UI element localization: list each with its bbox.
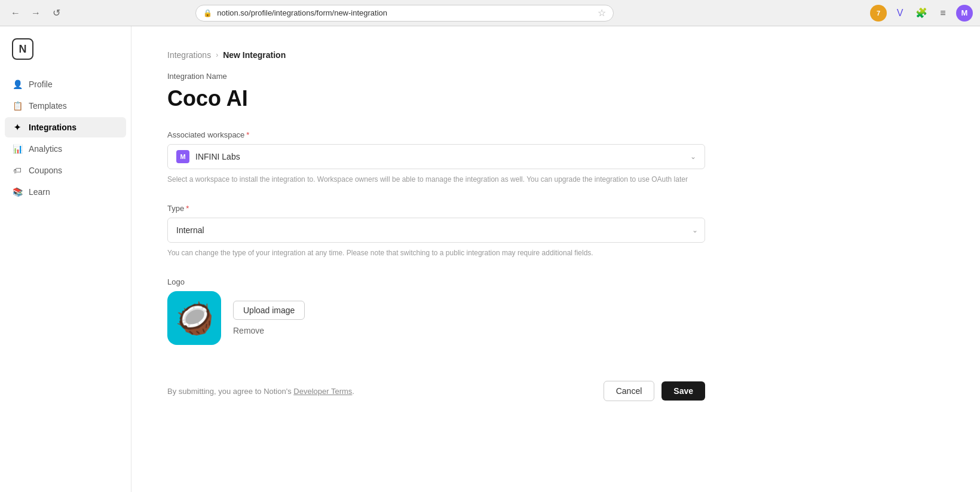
forward-button[interactable]: → [27,5,44,22]
type-label: Type * [167,204,705,213]
browser-right-icons: 7 V 🧩 ≡ M [870,5,973,22]
workspace-name: INFINI Labs [195,152,684,161]
extensions-button[interactable]: 🧩 [913,5,930,22]
integration-name-value: Coco AI [167,85,705,111]
bookmark-icon[interactable]: ☆ [598,7,606,19]
workspace-badge: M [176,150,189,163]
url-text: notion.so/profile/integrations/form/new-… [217,8,593,17]
sidebar-item-label: Analytics [29,144,62,154]
extension-icon-2[interactable]: V [892,5,908,22]
workspace-label: Associated workspace * [167,130,705,139]
type-required-star: * [186,204,189,213]
cancel-button[interactable]: Cancel [604,381,655,401]
integration-name-label: Integration Name [167,72,705,81]
type-hint: You can change the type of your integrat… [167,247,705,258]
breadcrumb-parent[interactable]: Integrations [167,50,211,60]
logo-field-group: Logo 🥥 Upload image Remove [167,277,705,345]
sidebar-item-templates[interactable]: 📋 Templates [5,96,126,116]
footer-actions: Cancel Save [604,381,705,401]
chevron-down-icon: ⌄ [690,152,696,161]
logo-section: 🥥 Upload image Remove [167,291,705,345]
analytics-icon: 📊 [12,143,23,154]
notion-logo-icon: N [12,38,33,60]
reload-button[interactable]: ↺ [48,5,65,22]
address-bar[interactable]: 🔒 notion.so/profile/integrations/form/ne… [195,5,614,22]
save-button[interactable]: Save [662,381,705,401]
workspace-hint: Select a workspace to install the integr… [167,174,705,185]
sidebar-item-profile[interactable]: 👤 Profile [5,74,126,94]
sidebar-logo[interactable]: N [0,38,131,74]
back-button[interactable]: ← [7,5,24,22]
sidebar-item-label: Profile [29,80,53,89]
workspace-required-star: * [246,130,249,139]
logo-preview: 🥥 [167,291,221,345]
sidebar-item-analytics[interactable]: 📊 Analytics [5,139,126,159]
learn-icon: 📚 [12,187,23,197]
type-field-group: Type * Internal Public ⌄ You can change … [167,204,705,258]
type-select-wrapper: Internal Public ⌄ [167,218,705,243]
upload-image-button[interactable]: Upload image [233,301,305,320]
sidebar: N 👤 Profile 📋 Templates ✦ Integrations 📊… [0,26,131,492]
sidebar-item-integrations[interactable]: ✦ Integrations [5,117,126,137]
templates-icon: 📋 [12,100,23,111]
extension-icon-1[interactable]: 7 [870,5,887,22]
browser-user-avatar[interactable]: M [956,5,973,22]
coupons-icon: 🏷 [12,165,23,176]
breadcrumb-current: New Integration [223,50,286,60]
type-select[interactable]: Internal Public [167,218,705,243]
sidebar-nav: 👤 Profile 📋 Templates ✦ Integrations 📊 A… [0,74,131,202]
logo-image: 🥥 [175,302,214,334]
developer-terms-link[interactable]: Developer Terms [293,387,352,396]
integrations-icon: ✦ [12,122,23,133]
integration-name-group: Integration Name Coco AI [167,72,705,111]
breadcrumb-separator: › [216,51,218,59]
browser-nav-buttons: ← → ↺ [7,5,65,22]
sidebar-item-label: Coupons [29,166,62,175]
sidebar-item-label: Integrations [29,123,76,132]
form-section: Integration Name Coco AI Associated work… [167,72,705,401]
sidebar-item-coupons[interactable]: 🏷 Coupons [5,160,126,181]
logo-actions: Upload image Remove [233,291,305,335]
footer-terms: By submitting, you agree to Notion's Dev… [167,387,354,396]
main-content: Integrations › New Integration Integrati… [131,26,980,492]
sidebar-item-learn[interactable]: 📚 Learn [5,182,126,202]
app-layout: N 👤 Profile 📋 Templates ✦ Integrations 📊… [0,26,980,492]
remove-logo-button[interactable]: Remove [233,326,305,335]
sidebar-item-label: Templates [29,101,67,111]
breadcrumb: Integrations › New Integration [167,50,944,60]
workspace-select[interactable]: M INFINI Labs ⌄ [167,144,705,169]
form-footer: By submitting, you agree to Notion's Dev… [167,369,705,401]
security-icon: 🔒 [203,9,212,17]
browser-menu-icon[interactable]: ≡ [935,5,951,22]
logo-label: Logo [167,277,705,286]
sidebar-item-label: Learn [29,187,50,197]
profile-icon: 👤 [12,79,23,90]
browser-chrome: ← → ↺ 🔒 notion.so/profile/integrations/f… [0,0,980,26]
workspace-field-group: Associated workspace * M INFINI Labs ⌄ S… [167,130,705,185]
